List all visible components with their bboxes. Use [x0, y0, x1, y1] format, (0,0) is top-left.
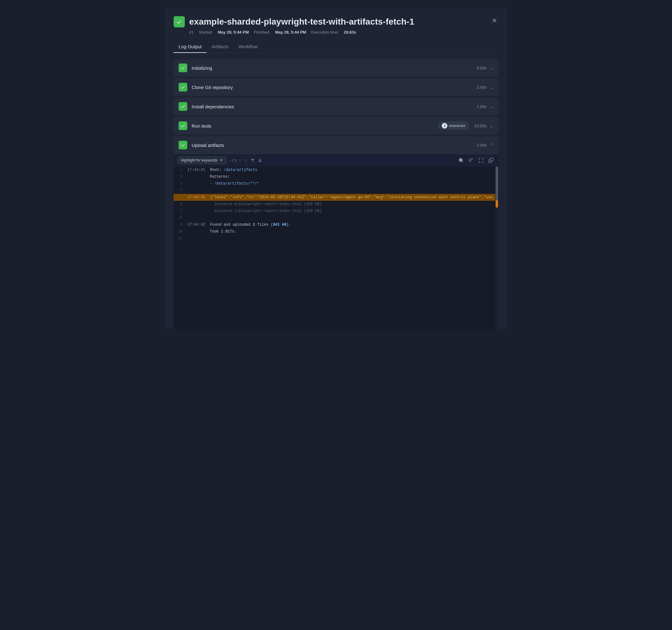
resources-badge: 2 resources [438, 122, 469, 130]
started-label: Started: [198, 30, 213, 34]
log-line: 8 [174, 214, 498, 221]
step-name: Run tests [192, 123, 434, 129]
copy-button[interactable] [487, 157, 495, 164]
line-number: 7 [174, 208, 185, 214]
line-content: Found and uploaded 2 files (841 kB). [208, 221, 498, 228]
line-content: Patterns: [207, 174, 498, 180]
step-name: Initializing [192, 65, 467, 71]
step-meta: 2 resources 23.00s ⌄ [438, 122, 494, 130]
line-number: 10 [174, 229, 185, 235]
log-line-highlighted: 5 17:44:41 {"level":"info","ts":"2024-05… [174, 194, 498, 201]
log-line: 2 Patterns: [174, 173, 498, 180]
line-content: {"level":"info","ts":"2024-05-28T15:44:4… [208, 194, 498, 201]
log-line: 9 17:44:42 Found and uploaded 2 files (8… [174, 221, 498, 228]
chevron-down-icon[interactable]: ⌄ [490, 104, 494, 109]
highlight-keywords-button[interactable]: Highlight for keywords ▼ [177, 157, 226, 164]
log-line: 6 instance-0/playwright-report/index.htm… [174, 201, 498, 208]
step-success-icon [178, 121, 187, 130]
fullscreen-button[interactable] [477, 157, 485, 164]
step-time: 23.00s [472, 123, 486, 128]
search-button[interactable] [457, 157, 465, 164]
line-number: 5 [174, 194, 185, 201]
finished-label: Finished: [254, 30, 270, 34]
log-line: 11 [174, 235, 498, 242]
steps-list: Initializing 0.00s ⌄ Clone Git repositor… [174, 59, 498, 135]
nav-first-button[interactable]: ⇈ [249, 157, 256, 163]
step-run-tests[interactable]: Run tests 2 resources 23.00s ⌄ [174, 117, 498, 135]
line-content: - /data/artifacts/**/* [207, 181, 498, 187]
upload-step-meta: 2.00s ⌃ [472, 143, 494, 147]
log-line: 4 [174, 187, 498, 194]
run-number: #1 [189, 30, 193, 34]
tab-workflow[interactable]: Workflow [233, 41, 262, 53]
line-time: 17:44:41 [185, 194, 208, 201]
step-time: 1.00s [472, 104, 486, 109]
step-meta: 0.00s ⌄ [472, 65, 494, 70]
line-number: 4 [174, 187, 185, 194]
execution-label: Execution time: [311, 30, 339, 34]
tab-artifacts[interactable]: Artifacts [207, 41, 233, 53]
nav-up-button[interactable]: ↑ [238, 157, 242, 163]
step-meta: 1.00s ⌄ [472, 104, 494, 109]
log-line: 1 17:44:41 Root: /data/artifacts [174, 166, 498, 173]
upload-step-name: Upload artifacts [192, 143, 467, 148]
resources-label: resources [449, 123, 465, 128]
nav-controls: - / 1 ↑ ↓ ⇈ ⇊ [230, 157, 263, 163]
step-upload-row[interactable]: Upload artifacts 2.00s ⌃ [174, 136, 498, 154]
upload-step-time: 2.00s [472, 143, 486, 147]
chevron-up-icon[interactable]: ⌃ [490, 143, 494, 147]
close-button[interactable]: ✕ [490, 16, 498, 25]
line-number: 9 [174, 221, 185, 228]
step-time: 0.00s [472, 66, 486, 70]
line-number: 3 [174, 181, 185, 187]
filter-icon: ▼ [219, 158, 223, 162]
step-install[interactable]: Install dependencies 1.00s ⌄ [174, 98, 498, 115]
tab-bar: Log Output Artifacts Workflow [174, 41, 498, 53]
line-content: Root: /data/artifacts [208, 167, 498, 173]
step-meta: 2.00s ⌄ [472, 85, 494, 90]
log-line: 10 Took 1.017s. [174, 228, 498, 235]
success-icon [174, 16, 185, 27]
nav-down-button[interactable]: ↓ [244, 157, 248, 163]
finished-value: May 28, 5:44 PM [275, 30, 306, 34]
step-name: Clone Git repository [192, 85, 467, 90]
step-success-icon [178, 102, 187, 111]
log-line: 7 instance-1/playwright-report/index.htm… [174, 208, 498, 214]
execution-value: 29.63s [344, 30, 356, 34]
step-name: Install dependencies [192, 104, 467, 109]
chevron-down-icon[interactable]: ⌄ [490, 65, 494, 70]
wrap-button[interactable] [467, 157, 475, 164]
scrollbar-thumb-orange[interactable] [496, 200, 498, 208]
step-initializing[interactable]: Initializing 0.00s ⌄ [174, 59, 498, 76]
line-time: 17:44:41 [185, 167, 208, 173]
log-toolbar: Highlight for keywords ▼ - / 1 ↑ ↓ ⇈ ⇊ [174, 154, 498, 166]
step-time: 2.00s [472, 85, 486, 90]
scrollbar-track[interactable] [495, 166, 498, 329]
chevron-down-icon[interactable]: ⌄ [490, 123, 494, 128]
step-success-icon [178, 64, 187, 72]
step-success-icon [178, 141, 187, 149]
line-number: 11 [174, 235, 185, 241]
page-title: example-sharded-playwright-test-with-art… [189, 17, 414, 27]
line-number: 2 [174, 174, 185, 180]
chevron-down-icon[interactable]: ⌄ [490, 85, 494, 90]
line-number: 1 [174, 167, 185, 173]
modal-header: example-sharded-playwright-test-with-art… [174, 16, 498, 27]
toolbar-right [457, 157, 495, 164]
tab-log-output[interactable]: Log Output [174, 41, 207, 53]
line-content: instance-0/playwright-report/index.html … [207, 201, 498, 207]
scrollbar-thumb[interactable] [496, 166, 498, 204]
modal-container: example-sharded-playwright-test-with-art… [165, 7, 507, 329]
line-content: instance-1/playwright-report/index.html … [207, 208, 498, 214]
nav-last-button[interactable]: ⇊ [257, 157, 263, 163]
keyword-btn-label: Highlight for keywords [181, 158, 217, 162]
log-line: 3 - /data/artifacts/**/* [174, 180, 498, 187]
step-clone[interactable]: Clone Git repository 2.00s ⌄ [174, 78, 498, 96]
started-value: May 28, 5:44 PM [218, 30, 249, 34]
resources-count: 2 [442, 123, 447, 129]
line-number: 8 [174, 215, 185, 221]
line-number: 6 [174, 201, 185, 207]
nav-counter: - / 1 [230, 158, 236, 163]
line-time: 17:44:42 [185, 221, 208, 228]
line-content: Took 1.017s. [207, 229, 498, 235]
